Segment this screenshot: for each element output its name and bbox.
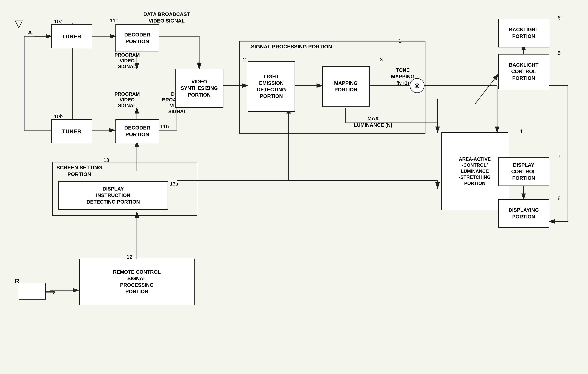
display-ctrl-ref: 7 <box>558 153 561 160</box>
screen-setting-outer: SCREEN SETTING PORTION DISPLAY INSTRUCTI… <box>52 162 197 216</box>
backlight-ctrl-block: BACKLIGHT CONTROL PORTION <box>498 54 549 89</box>
antenna-a: ▽ <box>15 19 23 29</box>
tuner-a-block: TUNER <box>51 24 92 48</box>
tuner-a-ref: 10a <box>54 19 63 25</box>
tuner-b-ref: 10b <box>54 113 63 120</box>
remote-ctrl-block: REMOTE CONTROL SIGNAL PROCESSING PORTION <box>79 259 195 305</box>
light-emission-block: LIGHT EMISSION DETECTING PORTION <box>248 61 295 112</box>
display-instr-ref: 13a <box>170 181 178 187</box>
tuner-b-block: TUNER <box>51 119 92 143</box>
data-broadcast-label: DATA BROADCAST VIDEO SIGNAL <box>143 11 190 24</box>
light-emission-ref: 2 <box>243 57 246 63</box>
backlight-ref: 6 <box>558 15 561 21</box>
remote-device <box>19 283 46 300</box>
program-video-bot-label: PROGRAM VIDEO SIGNAL <box>115 91 140 109</box>
remote-arrow: ⟹ <box>46 288 55 296</box>
area-active-ref: 4 <box>519 128 523 134</box>
signal-proc-ref: 1 <box>399 38 401 44</box>
display-ctrl-block: DISPLAY CONTROL PORTION <box>498 157 549 186</box>
remote-ctrl-ref: 12 <box>127 254 132 260</box>
signal-proc-title: SIGNAL PROCESSING PORTION <box>251 43 332 50</box>
mapping-block: MAPPING PORTION <box>322 66 370 107</box>
tone-mapping-symbol: ⊗ <box>410 78 425 93</box>
decoder-bottom-ref: 11b <box>160 124 169 130</box>
backlight-block: BACKLIGHT PORTION <box>498 19 549 47</box>
mapping-ref: 3 <box>380 57 383 63</box>
decoder-top-block: DECODER PORTION <box>116 24 159 52</box>
backlight-ctrl-ref: 5 <box>558 50 561 56</box>
displaying-ref: 8 <box>558 195 561 201</box>
max-luminance-label: MAX LUMINANCE (N) <box>354 115 392 128</box>
video-synth-ref: 9 <box>197 61 200 67</box>
displaying-block: DISPLAYING PORTION <box>498 199 549 228</box>
antenna-a-label: A <box>28 29 32 36</box>
program-video-top-label: PROGRAM VIDEO SIGNAL <box>115 52 140 70</box>
svg-line-19 <box>475 74 498 104</box>
screen-setting-ref: 13 <box>103 157 109 163</box>
decoder-bottom-block: DECODER PORTION <box>116 119 159 143</box>
screen-setting-title: SCREEN SETTING PORTION <box>56 164 102 178</box>
display-instr-block: DISPLAY INSTRUCTION DETECTING PORTION <box>58 181 168 210</box>
decoder-top-ref: 11a <box>110 18 119 24</box>
video-synth-block: VIDEO SYNTHESIZING PORTION <box>175 69 223 108</box>
